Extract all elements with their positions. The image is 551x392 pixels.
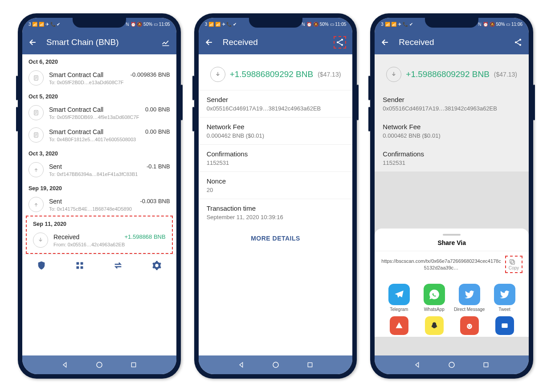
- svg-point-23: [449, 362, 454, 368]
- detail-row: Nonce 20: [199, 172, 353, 199]
- phone-2: 3 📶 📶 ✈ 📞 ✔ ℕ ⏰ 🔕 50% ▭ 11:05 Received +…: [194, 13, 357, 379]
- app-label: Tweet: [498, 307, 510, 312]
- phone-1: 3 📶 📶 ✈ 📞 ✔ ℕ ⏰ 🔕 50% ▭ 11:05 Smart Chai…: [18, 13, 181, 379]
- nav-recent-icon[interactable]: [130, 361, 137, 368]
- detail-value: 1152531: [383, 159, 521, 166]
- received-tx-highlight[interactable]: Sep 11, 2020 Received +1.598868 BNB From…: [26, 216, 173, 254]
- tx-list[interactable]: Oct 6, 2020 Smart Contract Call -0.00983…: [22, 54, 176, 355]
- copy-icon: [509, 258, 519, 265]
- back-icon[interactable]: [29, 38, 37, 47]
- tx-row[interactable]: Smart Contract Call 0.00 BNB To: 0x4B0F1…: [22, 124, 176, 146]
- share-sheet: Share Via https://bscscan.com/tx/0x66e7a…: [375, 229, 529, 337]
- tab-swap-icon[interactable]: [113, 261, 123, 270]
- share-app-item[interactable]: WhatsApp: [418, 284, 450, 312]
- tx-amount: +1.598868 BNB: [125, 233, 166, 240]
- copy-label: Copy: [509, 265, 519, 270]
- tx-detail: +1.59886809292 BNB ($47.13) Sender 0x055…: [199, 54, 353, 355]
- share-icon: [335, 38, 344, 47]
- tx-row[interactable]: Smart Contract Call -0.009836 BNB To: 0x…: [22, 67, 176, 89]
- bottom-tabs: [22, 254, 176, 276]
- tx-sub: To: 0x05fF2B0D…e13aDd608C7F: [49, 80, 170, 85]
- svg-rect-4: [81, 262, 83, 265]
- sent-icon: [29, 162, 44, 177]
- app-header: Smart Chain (BNB): [22, 30, 176, 54]
- amount-usd: ($47.13): [494, 71, 517, 78]
- nav-recent-icon[interactable]: [482, 361, 490, 368]
- share-app-item[interactable]: Tweet: [488, 284, 521, 312]
- nav-back-icon[interactable]: [61, 361, 69, 368]
- chart-icon[interactable]: [161, 38, 170, 47]
- svg-point-21: [470, 326, 471, 327]
- app-header: Received: [375, 30, 529, 54]
- tab-grid-icon[interactable]: [75, 261, 84, 270]
- svg-rect-3: [77, 262, 79, 265]
- share-app-item[interactable]: Telegram: [383, 284, 415, 312]
- section-date: Oct 6, 2020: [22, 54, 176, 67]
- detail-row: Sender 0x05516Cd46917A19…381942c4963a62E…: [375, 90, 529, 117]
- detail-label: Sender: [207, 96, 345, 103]
- svg-rect-8: [131, 363, 135, 367]
- share-app-item[interactable]: [453, 316, 486, 335]
- nav-back-icon[interactable]: [414, 361, 421, 368]
- whatsapp-icon: [424, 284, 445, 305]
- detail-value: September 11, 2020 10:39:16: [207, 214, 345, 220]
- nav-home-icon[interactable]: [95, 361, 103, 369]
- tx-amount: -0.009836 BNB: [131, 71, 170, 78]
- copy-button-highlight[interactable]: Copy: [505, 256, 522, 273]
- contract-icon: [29, 127, 44, 143]
- back-icon[interactable]: [381, 38, 390, 47]
- app-label: Direct Message: [454, 307, 485, 312]
- tx-title: Sent: [49, 163, 62, 170]
- detail-value: 0.000462 BNB ($0.01): [383, 132, 521, 139]
- nav-back-icon[interactable]: [238, 361, 245, 368]
- detail-row: Sender 0x05516Cd46917A19…381942c4963a62E…: [199, 90, 353, 117]
- tx-detail-dimmed: +1.59886809292 BNB ($47.13) Sender 0x055…: [375, 54, 529, 355]
- tab-shield-icon[interactable]: [37, 261, 46, 270]
- sheet-handle[interactable]: [443, 234, 461, 236]
- share-app-item[interactable]: [383, 316, 415, 335]
- svg-rect-5: [77, 266, 79, 269]
- tx-amount: 0.00 BNB: [145, 106, 170, 113]
- app-icon: [390, 316, 408, 335]
- page-title: Received: [399, 37, 505, 47]
- svg-point-19: [467, 324, 472, 329]
- svg-point-20: [468, 326, 469, 327]
- amount-value: +1.59886809292 BNB: [406, 69, 490, 79]
- tx-row[interactable]: Smart Contract Call 0.00 BNB To: 0x05fF2…: [22, 102, 176, 124]
- received-icon: [210, 67, 225, 82]
- telegram-icon: [388, 284, 410, 305]
- nav-recent-icon[interactable]: [306, 361, 314, 368]
- share-app-item[interactable]: [488, 316, 521, 335]
- tx-amount: -0.1 BNB: [147, 163, 170, 170]
- back-icon[interactable]: [205, 38, 214, 47]
- detail-label: Network Fee: [383, 123, 521, 131]
- twitter-icon: [494, 284, 515, 305]
- more-details-button[interactable]: MORE DETAILS: [199, 226, 353, 251]
- app-icon: [495, 316, 514, 335]
- amount-usd: ($47.13): [318, 71, 341, 78]
- share-app-item[interactable]: [418, 316, 450, 335]
- share-button-highlight[interactable]: [334, 36, 346, 49]
- detail-row: Confirmations 1152531: [375, 144, 529, 172]
- status-right: ℕ ⏰ 🔕 50% ▭ 11:05: [126, 22, 170, 27]
- detail-row: Network Fee 0.000462 BNB ($0.01): [375, 117, 529, 144]
- svg-rect-13: [308, 363, 312, 367]
- sent-icon: [29, 197, 44, 212]
- detail-value: 0x05516Cd46917A19…381942c4963a62EB: [207, 105, 345, 112]
- share-apps-row2: [375, 316, 529, 337]
- tx-row[interactable]: Sent -0.003 BNB To: 0x14175cB4E…1B68748e…: [22, 193, 176, 216]
- tx-sub: To: 0x4B0F1812e5…4017e6005508003: [49, 137, 170, 142]
- tx-row[interactable]: Sent -0.1 BNB To: 0xf147BB6394a…841eF41a…: [22, 159, 176, 181]
- nav-home-icon[interactable]: [272, 361, 280, 369]
- svg-rect-18: [510, 260, 513, 263]
- section-date: Sep 11, 2020: [27, 216, 172, 229]
- page-title: Received: [223, 37, 325, 47]
- share-app-item[interactable]: Direct Message: [453, 284, 486, 312]
- detail-row: Confirmations 1152531: [199, 144, 353, 172]
- tab-settings-icon[interactable]: [152, 261, 162, 270]
- share-icon[interactable]: [514, 38, 522, 47]
- nav-home-icon[interactable]: [448, 361, 456, 369]
- app-label: Telegram: [390, 307, 408, 312]
- tx-title: Smart Contract Call: [49, 128, 103, 135]
- svg-rect-6: [81, 266, 83, 269]
